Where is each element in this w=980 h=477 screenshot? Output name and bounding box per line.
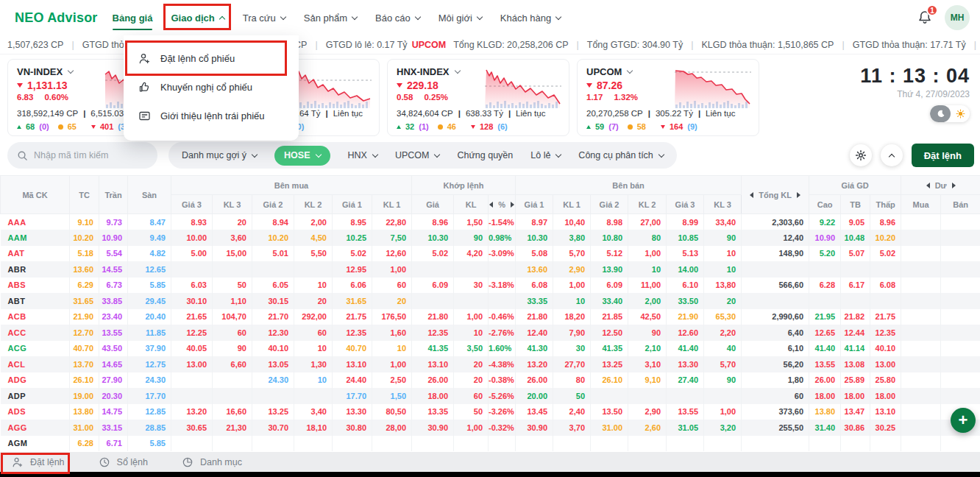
cell[interactable]: 56,20 bbox=[742, 356, 809, 372]
cell[interactable]: 33.50 bbox=[667, 293, 704, 309]
filter-lo-le[interactable]: Lô lẻ bbox=[530, 150, 561, 160]
cell[interactable]: 8.99 bbox=[667, 214, 704, 230]
cell[interactable]: 8.94 bbox=[252, 214, 294, 230]
cell[interactable]: 12.35 bbox=[870, 325, 901, 341]
cell[interactable]: 65,30 bbox=[704, 309, 742, 325]
place-order-button[interactable]: Đặt lệnh bbox=[912, 144, 974, 167]
cell-symbol[interactable]: ACG bbox=[1, 341, 70, 357]
nav-item-khach-hang[interactable]: Khách hàng bbox=[500, 0, 561, 35]
cell[interactable]: 4,20 bbox=[454, 246, 489, 262]
cell[interactable]: 6.29 bbox=[70, 278, 99, 294]
cell[interactable]: 90 bbox=[213, 341, 252, 357]
cell[interactable]: 13.25 bbox=[591, 356, 628, 372]
cell[interactable]: 30.86 bbox=[841, 420, 870, 436]
cell[interactable]: 21.75 bbox=[870, 309, 901, 325]
cell[interactable]: 2,303,60 bbox=[742, 214, 809, 230]
cell[interactable]: 2,20 bbox=[704, 325, 742, 341]
cell[interactable]: 5.02 bbox=[412, 246, 454, 262]
cell[interactable]: 1,10 bbox=[213, 293, 252, 309]
cell[interactable]: 41.35 bbox=[412, 341, 454, 357]
bottom-tab-dat-lenh[interactable]: Đặt lệnh bbox=[12, 456, 65, 468]
cell[interactable]: 6.73 bbox=[99, 278, 128, 294]
cell[interactable]: 13.30 bbox=[667, 356, 704, 372]
cell[interactable]: 255,50 bbox=[742, 420, 809, 436]
cell[interactable]: 12.44 bbox=[841, 325, 870, 341]
cell[interactable]: 20.00 bbox=[516, 388, 553, 404]
cell[interactable]: 31.40 bbox=[809, 420, 841, 436]
cell[interactable]: 8.97 bbox=[516, 214, 553, 230]
cell[interactable]: 10.48 bbox=[841, 230, 870, 246]
cell[interactable]: 17.70 bbox=[333, 388, 372, 404]
cell[interactable]: 6.71 bbox=[99, 436, 128, 452]
cell[interactable]: 2,90 bbox=[628, 404, 667, 420]
cell[interactable]: 13.55 bbox=[809, 356, 841, 372]
cell[interactable]: 30.90 bbox=[516, 420, 553, 436]
cell[interactable]: 31.00 bbox=[70, 420, 99, 436]
cell[interactable]: 2,990,60 bbox=[742, 309, 809, 325]
cell[interactable]: 13.30 bbox=[333, 404, 372, 420]
cell[interactable]: 5.85 bbox=[128, 278, 171, 294]
cell[interactable]: 6,10 bbox=[742, 341, 809, 357]
cell[interactable]: 10.90 bbox=[809, 230, 841, 246]
cell[interactable]: -0.38% bbox=[489, 372, 516, 389]
cell[interactable]: 6.17 bbox=[841, 278, 870, 294]
cell[interactable]: 23.40 bbox=[99, 309, 128, 325]
dropdown-item-khuyen-nghi-co-phieu[interactable]: Khuyến nghị cổ phiếu bbox=[124, 73, 299, 102]
cell[interactable]: 18,20 bbox=[553, 309, 591, 325]
cell[interactable]: 176,50 bbox=[372, 309, 412, 325]
cell[interactable]: 10.00 bbox=[171, 230, 213, 246]
cell[interactable]: 1,00 bbox=[372, 261, 412, 278]
cell[interactable]: 20.30 bbox=[99, 388, 128, 404]
cell-symbol[interactable]: ACB bbox=[1, 309, 70, 325]
cell[interactable]: 80 bbox=[628, 230, 667, 246]
cell[interactable]: 9.05 bbox=[841, 214, 870, 230]
cell[interactable]: -5.26% bbox=[489, 388, 516, 404]
cell[interactable]: 19.00 bbox=[70, 388, 99, 404]
cell-symbol[interactable]: ACL bbox=[1, 356, 70, 372]
cell[interactable]: 1,00 bbox=[628, 246, 667, 262]
cell[interactable]: 9.49 bbox=[128, 230, 171, 246]
collapse-left-icon[interactable] bbox=[750, 192, 753, 198]
cell[interactable]: 18.00 bbox=[412, 388, 454, 404]
cell[interactable]: 21.65 bbox=[171, 309, 213, 325]
cell[interactable]: -3.18% bbox=[489, 278, 516, 294]
cell[interactable]: 17.70 bbox=[128, 388, 171, 404]
cell[interactable]: 13.45 bbox=[516, 404, 553, 420]
cell-symbol[interactable]: AAT bbox=[1, 246, 70, 262]
cell[interactable]: 30.70 bbox=[252, 420, 294, 436]
cell[interactable]: 13.00 bbox=[171, 356, 213, 372]
cell[interactable]: 60 bbox=[742, 388, 809, 404]
cell[interactable]: 8.96 bbox=[870, 214, 901, 230]
cell[interactable]: 43.50 bbox=[99, 341, 128, 357]
nav-item-tra-cuu[interactable]: Tra cứu bbox=[243, 0, 285, 35]
cell[interactable]: 50 bbox=[213, 278, 252, 294]
cell[interactable]: 14.55 bbox=[99, 261, 128, 278]
cell[interactable]: 31.05 bbox=[667, 420, 704, 436]
cell[interactable]: 21.95 bbox=[809, 309, 841, 325]
cell[interactable]: 24.30 bbox=[128, 372, 171, 389]
cell[interactable]: 13.10 bbox=[870, 404, 901, 420]
cell[interactable]: 60 bbox=[372, 278, 412, 294]
cell[interactable]: 2,60 bbox=[628, 420, 667, 436]
cell[interactable]: 5.08 bbox=[516, 246, 553, 262]
cell[interactable]: 1,00 bbox=[372, 356, 412, 372]
cell[interactable]: 6.10 bbox=[667, 278, 704, 294]
cell[interactable]: 25.89 bbox=[841, 372, 870, 389]
cell[interactable]: 18.00 bbox=[809, 388, 841, 404]
cell[interactable]: 13.00 bbox=[870, 356, 901, 372]
cell[interactable]: 6.28 bbox=[70, 436, 99, 452]
cell[interactable]: -4.38% bbox=[489, 356, 516, 372]
cell[interactable]: 8.93 bbox=[171, 214, 213, 230]
cell[interactable]: 10.80 bbox=[591, 230, 628, 246]
cell[interactable]: 3,80 bbox=[553, 230, 591, 246]
cell[interactable]: 6.28 bbox=[809, 278, 841, 294]
cell[interactable]: 12.70 bbox=[70, 325, 99, 341]
cell[interactable]: 1,60 bbox=[372, 325, 412, 341]
cell[interactable]: 27,70 bbox=[553, 356, 591, 372]
cell[interactable]: 40.70 bbox=[333, 341, 372, 357]
cell[interactable]: 80 bbox=[553, 372, 591, 389]
chevron-down-icon[interactable] bbox=[68, 68, 74, 74]
nav-item-moi-gioi[interactable]: Môi giới bbox=[438, 0, 482, 35]
cell[interactable]: 6.06 bbox=[333, 278, 372, 294]
cell[interactable]: 13.20 bbox=[171, 404, 213, 420]
